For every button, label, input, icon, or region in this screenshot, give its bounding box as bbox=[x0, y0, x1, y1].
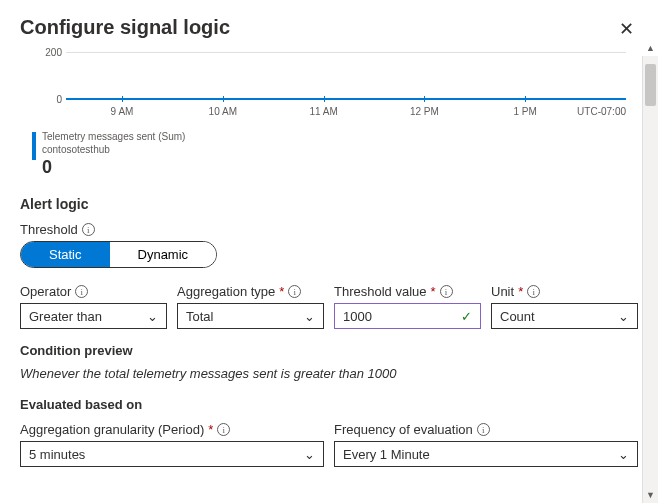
threshold-value-input[interactable]: 1000 ✓ bbox=[334, 303, 481, 329]
scrollbar-thumb[interactable] bbox=[645, 64, 656, 106]
y-tick: 200 bbox=[32, 47, 62, 58]
operator-label: Operator bbox=[20, 284, 71, 299]
threshold-value-label: Threshold value bbox=[334, 284, 427, 299]
scroll-down-icon[interactable]: ▼ bbox=[643, 487, 658, 503]
threshold-value-text: 1000 bbox=[343, 309, 372, 324]
frequency-label: Frequency of evaluation bbox=[334, 422, 473, 437]
chevron-down-icon: ⌄ bbox=[618, 447, 629, 462]
unit-select[interactable]: Count ⌄ bbox=[491, 303, 638, 329]
aggregation-select[interactable]: Total ⌄ bbox=[177, 303, 324, 329]
x-tick: 12 PM bbox=[410, 106, 439, 117]
chart-legend: Telemetry messages sent (Sum) contosotes… bbox=[32, 130, 626, 178]
condition-preview-text: Whenever the total telemetry messages se… bbox=[20, 366, 638, 381]
aggregation-label: Aggregation type bbox=[177, 284, 275, 299]
x-tick: 9 AM bbox=[111, 106, 134, 117]
alert-logic-heading: Alert logic bbox=[20, 196, 638, 212]
condition-preview-heading: Condition preview bbox=[20, 343, 638, 358]
panel-title: Configure signal logic bbox=[20, 16, 230, 39]
operator-select[interactable]: Greater than ⌄ bbox=[20, 303, 167, 329]
frequency-value: Every 1 Minute bbox=[343, 447, 430, 462]
granularity-label: Aggregation granularity (Period) bbox=[20, 422, 204, 437]
metric-chart: 200 0 9 AM 10 AM 11 AM 12 PM 1 PM UTC-07… bbox=[32, 52, 626, 120]
unit-value: Count bbox=[500, 309, 535, 324]
x-tick: 10 AM bbox=[209, 106, 237, 117]
threshold-label: Threshold bbox=[20, 222, 78, 237]
toggle-dynamic[interactable]: Dynamic bbox=[110, 242, 217, 267]
chevron-down-icon: ⌄ bbox=[304, 309, 315, 324]
required-marker: * bbox=[431, 284, 436, 299]
required-marker: * bbox=[208, 422, 213, 437]
aggregation-value: Total bbox=[186, 309, 213, 324]
info-icon[interactable]: i bbox=[527, 285, 540, 298]
legend-resource: contosotesthub bbox=[42, 143, 185, 156]
info-icon[interactable]: i bbox=[477, 423, 490, 436]
required-marker: * bbox=[279, 284, 284, 299]
info-icon[interactable]: i bbox=[217, 423, 230, 436]
toggle-static[interactable]: Static bbox=[21, 242, 110, 267]
scroll-up-icon[interactable]: ▲ bbox=[643, 40, 658, 56]
granularity-value: 5 minutes bbox=[29, 447, 85, 462]
timezone-label: UTC-07:00 bbox=[577, 106, 626, 117]
required-marker: * bbox=[518, 284, 523, 299]
threshold-toggle[interactable]: Static Dynamic bbox=[20, 241, 217, 268]
info-icon[interactable]: i bbox=[82, 223, 95, 236]
legend-metric: Telemetry messages sent (Sum) bbox=[42, 130, 185, 143]
scrollbar[interactable]: ▲ ▼ bbox=[642, 56, 658, 503]
x-tick: 1 PM bbox=[514, 106, 537, 117]
x-tick: 11 AM bbox=[309, 106, 337, 117]
unit-label: Unit bbox=[491, 284, 514, 299]
legend-swatch bbox=[32, 132, 36, 160]
info-icon[interactable]: i bbox=[288, 285, 301, 298]
granularity-select[interactable]: 5 minutes ⌄ bbox=[20, 441, 324, 467]
legend-value: 0 bbox=[42, 157, 185, 178]
check-icon: ✓ bbox=[461, 309, 472, 324]
y-tick: 0 bbox=[32, 94, 62, 105]
frequency-select[interactable]: Every 1 Minute ⌄ bbox=[334, 441, 638, 467]
chevron-down-icon: ⌄ bbox=[147, 309, 158, 324]
close-icon[interactable]: ✕ bbox=[615, 16, 638, 42]
chevron-down-icon: ⌄ bbox=[618, 309, 629, 324]
chevron-down-icon: ⌄ bbox=[304, 447, 315, 462]
info-icon[interactable]: i bbox=[440, 285, 453, 298]
info-icon[interactable]: i bbox=[75, 285, 88, 298]
evaluated-heading: Evaluated based on bbox=[20, 397, 638, 412]
operator-value: Greater than bbox=[29, 309, 102, 324]
